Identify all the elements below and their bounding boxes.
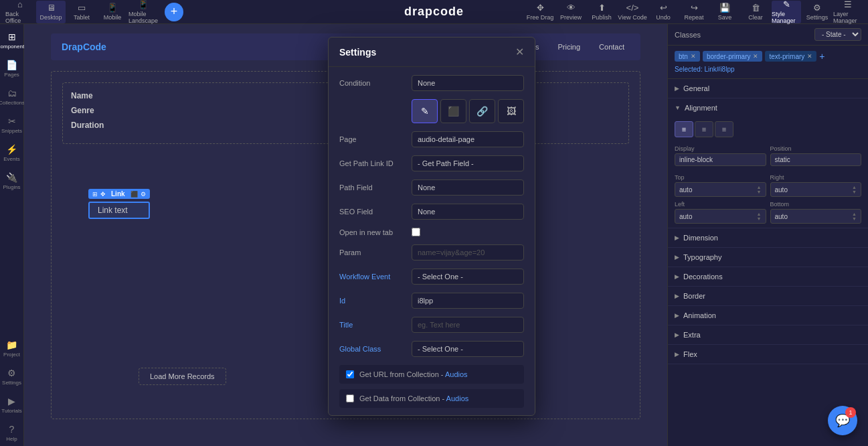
align-left-button[interactable]: ≡ (675, 121, 693, 137)
seo-field-input[interactable] (412, 204, 524, 220)
link-element-toolbar: ⊞ ✥ Link ⬛ ⚙ (88, 189, 150, 199)
class-tag-text-primary[interactable]: text-primary ✕ (765, 51, 816, 62)
add-class-button[interactable]: + (819, 51, 824, 62)
section-animation-header[interactable]: ▶ Animation (668, 306, 868, 325)
save-button[interactable]: 💾 Save (710, 1, 740, 23)
link-toolbar-resize-icon[interactable]: ⊞ (92, 191, 98, 198)
get-path-link-id-input[interactable] (412, 155, 524, 171)
settings-modal: Settings ✕ Condition ✎ ⬛ 🔗 🖼 Page Get Pa… (328, 37, 535, 416)
section-border-header[interactable]: ▶ Border (668, 287, 868, 305)
link-toolbar-move-icon[interactable]: ✥ (100, 191, 106, 198)
display-select[interactable]: inline-block block flex none (675, 153, 766, 166)
nav-link-contact[interactable]: Contact (594, 40, 630, 54)
align-center-button[interactable]: ≡ (695, 121, 713, 137)
workflow-event-input[interactable] (412, 269, 524, 285)
sidebar-item-components[interactable]: ⊞ Components (1, 27, 23, 54)
chevron-dimension: ▶ (675, 234, 679, 241)
get-url-checkbox[interactable] (346, 370, 354, 378)
layer-manager-button[interactable]: ☰ Layer Manager (833, 1, 863, 23)
section-flex-header[interactable]: ▶ Flex (668, 345, 868, 364)
section-dimension-header[interactable]: ▶ Dimension (668, 228, 868, 247)
free-drag-button[interactable]: ✥ Free Drag (525, 1, 555, 23)
link-toolbar-copy-icon[interactable]: ⬛ (131, 191, 138, 198)
load-more-button[interactable]: Load More Records (139, 368, 226, 385)
sidebar-item-snippets[interactable]: ✂ Snippets (1, 111, 23, 138)
page-row: Page (339, 131, 524, 147)
bottom-down[interactable]: ▼ (852, 216, 857, 221)
preview-button[interactable]: 👁 Preview (556, 1, 586, 23)
bottom-input[interactable]: auto ▲▼ (770, 209, 862, 224)
section-alignment-header[interactable]: ▼ Alignment (668, 98, 868, 117)
clear-button[interactable]: 🗑 Clear (741, 1, 770, 23)
state-select[interactable]: - State - (814, 28, 861, 41)
section-general-header[interactable]: ▶ General (668, 79, 868, 98)
top-up[interactable]: ▲ (757, 185, 762, 190)
top-down[interactable]: ▼ (757, 190, 762, 194)
modal-close-button[interactable]: ✕ (515, 46, 524, 58)
top-group: Top auto ▲▼ (675, 174, 766, 197)
class-tag-text-remove[interactable]: ✕ (807, 53, 812, 60)
mobile-landscape-button[interactable]: 📱 Mobile Landscape (128, 1, 158, 23)
sidebar-item-settings[interactable]: ⚙ Settings (1, 363, 23, 390)
view-code-button[interactable]: </> View Code (618, 1, 647, 23)
sidebar-item-project[interactable]: 📁 Project (1, 335, 23, 362)
link-toolbar-settings-icon[interactable]: ⚙ (141, 191, 146, 198)
path-field-input[interactable] (412, 179, 524, 196)
class-tag-btn[interactable]: btn ✕ (675, 51, 700, 62)
publish-button[interactable]: ⬆ Publish (587, 1, 616, 23)
section-alignment-title: Alignment (685, 104, 717, 112)
class-tag-border-remove[interactable]: ✕ (753, 53, 758, 60)
repeat-button[interactable]: ↪ Repeat (679, 1, 709, 23)
section-extra-header[interactable]: ▶ Extra (668, 325, 868, 344)
position-select[interactable]: static relative absolute fixed (770, 153, 862, 166)
bottom-up[interactable]: ▲ (852, 212, 857, 216)
undo-button[interactable]: ↩ Undo (648, 1, 678, 23)
tab-edit-button[interactable]: ✎ (412, 99, 438, 123)
left-down[interactable]: ▼ (757, 216, 762, 221)
id-input[interactable] (412, 293, 524, 309)
top-input[interactable]: auto ▲▼ (675, 182, 766, 197)
class-tag-border-primary[interactable]: border-primary ✕ (703, 51, 763, 62)
get-url-checkbox-row[interactable]: Get URL from Collection - Audios (339, 365, 524, 384)
add-component-button[interactable]: + (165, 3, 183, 21)
tab-image-button[interactable]: 🖼 (498, 99, 524, 123)
class-tag-btn-remove[interactable]: ✕ (691, 53, 696, 60)
link-text-box[interactable]: Link text (88, 202, 150, 219)
style-manager-button[interactable]: ✎ Style Manager (772, 1, 801, 23)
workflow-event-label: Workflow Event (339, 273, 406, 281)
sidebar-item-collections[interactable]: 🗂 Collections (1, 83, 23, 110)
param-input[interactable] (412, 244, 524, 261)
settings-button[interactable]: ⚙ Settings (802, 1, 832, 23)
align-right-button[interactable]: ≡ (715, 121, 733, 137)
desktop-button[interactable]: 🖥 Desktop (36, 1, 66, 23)
sidebar-item-pages[interactable]: 📄 Pages (1, 55, 23, 82)
right-down[interactable]: ▼ (852, 190, 857, 194)
global-class-input[interactable] (412, 341, 524, 357)
section-decorations-header[interactable]: ▶ Decorations (668, 267, 868, 286)
tablet-button[interactable]: ▭ Tablet (67, 1, 96, 23)
chevron-typography: ▶ (675, 254, 679, 261)
title-input[interactable] (412, 317, 524, 333)
tab-copy-button[interactable]: ⬛ (440, 99, 466, 123)
sidebar-item-tutorials[interactable]: ▶ Tutorials (1, 391, 23, 418)
chat-bubble[interactable]: 💬 1 (828, 406, 857, 435)
sidebar-item-help[interactable]: ? Help (1, 419, 23, 446)
left-input[interactable]: auto ▲▼ (675, 209, 766, 224)
page-input[interactable] (412, 131, 524, 147)
get-path-link-id-label: Get Path Link ID (339, 159, 406, 167)
right-input[interactable]: auto ▲▼ (770, 182, 862, 197)
nav-link-pricing[interactable]: Pricing (552, 40, 586, 54)
sidebar-item-plugins[interactable]: 🔌 Plugins (1, 167, 23, 194)
open-in-new-tab-checkbox[interactable] (412, 228, 420, 236)
back-office-button[interactable]: ⌂ Back Office (5, 1, 35, 23)
chevron-general: ▶ (675, 85, 679, 92)
condition-input[interactable] (412, 75, 524, 91)
right-up[interactable]: ▲ (852, 185, 857, 190)
tab-link-button[interactable]: 🔗 (469, 99, 495, 123)
sidebar-item-events[interactable]: ⚡ Events (1, 139, 23, 166)
get-data-checkbox-row[interactable]: Get Data from Collection - Audios (339, 389, 524, 408)
left-up[interactable]: ▲ (757, 212, 762, 216)
get-data-checkbox[interactable] (346, 394, 354, 402)
section-typography-header[interactable]: ▶ Typography (668, 248, 868, 267)
mobile-button[interactable]: 📱 Mobile (98, 1, 127, 23)
